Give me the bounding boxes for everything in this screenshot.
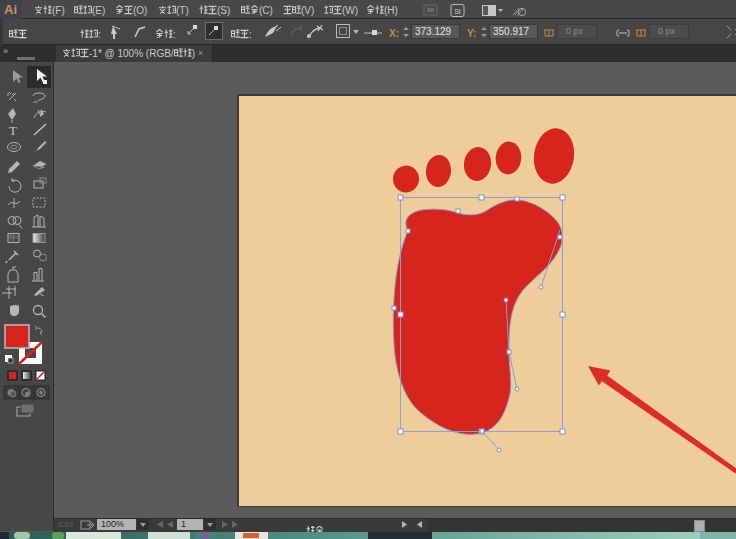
svg-text:St: St [454,8,461,15]
svg-text:T: T [9,123,17,138]
